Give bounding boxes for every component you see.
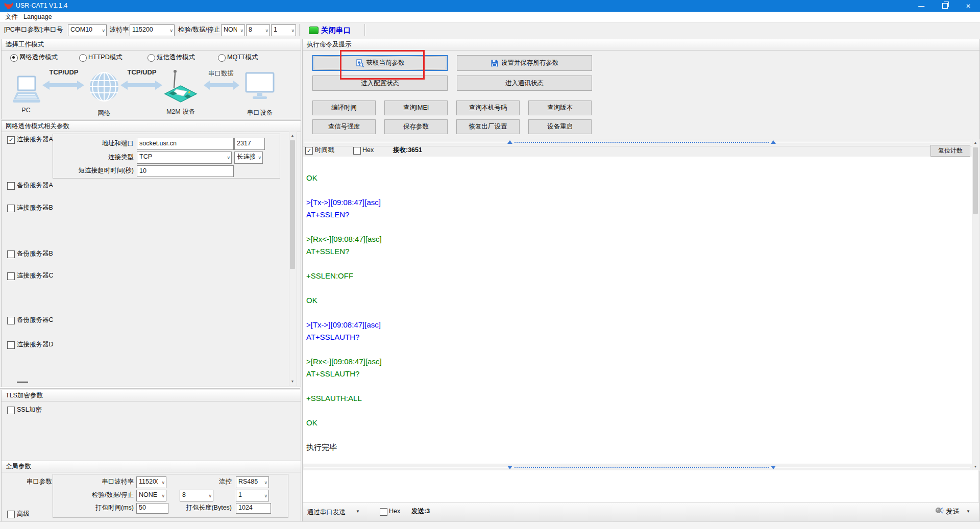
send-button[interactable]: 发送 — [946, 507, 960, 517]
backup-c-checkbox[interactable] — [7, 317, 15, 324]
device-restart-button[interactable]: 设备重启 — [528, 119, 592, 134]
radio-net-passthrough-mode[interactable] — [10, 54, 18, 62]
scrollbar-down-button[interactable]: ▼ — [289, 378, 296, 385]
query-phone-number-button[interactable]: 查询本机号码 — [456, 100, 520, 115]
recv-count-label: 接收:3651 — [393, 146, 422, 154]
receive-console[interactable]: OK >[Tx->][09:08:47][asc] AT+SSLEN? >[Rx… — [303, 157, 972, 464]
menu-file[interactable]: 文件 — [2, 12, 21, 22]
query-imei-button[interactable]: 查询IMEI — [384, 100, 448, 115]
backup-c-label: 备份服务器C — [17, 316, 54, 324]
log-line: OK — [306, 172, 970, 184]
reset-counter-button[interactable]: 复位计数 — [930, 145, 970, 157]
restore-button[interactable] — [933, 0, 957, 12]
collapse-arrow-icon[interactable] — [507, 140, 512, 144]
link-label-m2m-serial: 串口数据 — [205, 69, 237, 78]
pack-time-input[interactable]: 50 — [136, 503, 168, 514]
send-hex-checkbox[interactable] — [380, 508, 387, 516]
ssl-checkbox[interactable] — [7, 407, 15, 414]
annotation-highlight-box — [340, 50, 425, 80]
server-a-checkbox[interactable]: ✓ — [7, 136, 15, 144]
workmode-title: 选择工作模式 — [2, 39, 301, 51]
chevron-down-icon: ∨ — [291, 28, 295, 33]
server-b-checkbox[interactable] — [7, 205, 15, 212]
parity-select[interactable]: NONE ∨ — [221, 24, 245, 36]
check-icon: ✓ — [306, 147, 312, 154]
global-parity-select[interactable]: NONE ∨ — [136, 490, 166, 501]
scroll-down-icon: ▼ — [291, 380, 295, 383]
check-icon: ✓ — [8, 137, 14, 143]
console-top-splitter[interactable] — [303, 139, 972, 146]
query-version-button[interactable]: 查询版本 — [528, 100, 592, 115]
log-line: AT+SSLAUTH? — [306, 368, 970, 380]
scrollbar-up-button[interactable]: ▲ — [289, 132, 296, 139]
set-save-params-button[interactable]: 设置并保存所有参数 — [457, 55, 592, 71]
netparams-scrollbar[interactable]: ▲ ▼ — [289, 132, 297, 386]
backup-a-checkbox[interactable] — [7, 182, 15, 190]
server-c-checkbox[interactable] — [7, 272, 15, 280]
parity-label: 检验/数据/停止 — [178, 22, 220, 37]
save-params-button[interactable]: 保存参数 — [384, 119, 448, 134]
flow-label: 流控 — [199, 476, 232, 487]
scrollbar-thumb[interactable] — [973, 147, 978, 214]
recv-hex-checkbox[interactable] — [353, 147, 361, 155]
radio-mqtt-mode[interactable] — [218, 54, 226, 62]
timestamp-checkbox[interactable]: ✓ — [305, 147, 313, 155]
pack-time-label: 打包时间(ms) — [53, 503, 134, 513]
splitter-grip[interactable] — [514, 467, 769, 468]
log-line: AT+SSLEN? — [306, 209, 970, 221]
close-button[interactable]: ✕ — [957, 0, 980, 12]
baud-select[interactable]: 115200 ∨ — [130, 24, 175, 36]
server-b-label: 连接服务器B — [17, 204, 53, 212]
com-port-select[interactable]: COM10 ∨ — [68, 24, 107, 36]
collapse-arrow-icon[interactable] — [771, 140, 776, 144]
minimize-button[interactable]: — — [910, 0, 933, 12]
advanced-checkbox[interactable] — [7, 511, 15, 518]
scrollbar-up-button[interactable]: ▲ — [972, 139, 978, 146]
log-blank-line — [306, 184, 970, 196]
server-a-label: 连接服务器A — [17, 135, 53, 143]
log-line: >[Rx<-][09:08:47][asc] — [306, 356, 970, 368]
flow-select[interactable]: RS485 ∨ — [236, 476, 269, 488]
send-via-dropdown[interactable]: 通过串口发送 — [307, 507, 346, 517]
send-textarea[interactable] — [303, 470, 978, 502]
conn-type-select[interactable]: TCP ∨ — [137, 152, 232, 164]
stopbits-select[interactable]: 1 ∨ — [271, 24, 296, 36]
close-port-button[interactable]: 关闭串口 — [321, 26, 351, 35]
collapse-arrow-icon[interactable] — [507, 466, 512, 469]
radio-sms-passthrough-mode[interactable] — [148, 54, 155, 62]
query-signal-button[interactable]: 查信号强度 — [312, 119, 376, 134]
chevron-down-icon: ∨ — [161, 493, 165, 498]
console-scrollbar[interactable]: ▲ ▼ — [972, 139, 980, 471]
chevron-down-icon: ∨ — [102, 28, 105, 33]
panel-separator — [0, 387, 300, 388]
dropdown-arrow-icon: ▼ — [966, 509, 970, 514]
server-a-address-input[interactable]: socket.usr.cn — [137, 138, 234, 150]
global-databits-select[interactable]: 8 ∨ — [180, 490, 213, 501]
pack-len-input[interactable]: 1024 — [236, 503, 271, 514]
link-label-pc-net: TCP/UDP — [43, 68, 84, 76]
scrollbar-thumb[interactable] — [290, 140, 295, 269]
send-bar: 通过串口发送 ▼ Hex 发送:3 发送 ▼ — [303, 502, 979, 522]
server-a-port-input[interactable]: 2317 — [234, 138, 265, 150]
radio-httpd-mode[interactable] — [79, 54, 87, 62]
scrollbar-down-button[interactable]: ▼ — [972, 463, 978, 470]
backup-b-checkbox[interactable] — [7, 250, 15, 258]
log-line: 执行完毕 — [306, 441, 970, 454]
keepalive-select[interactable]: 长连接 ∨ — [234, 152, 263, 164]
log-lines: OK >[Tx->][09:08:47][asc] AT+SSLEN? >[Rx… — [306, 172, 970, 454]
enter-comm-button[interactable]: 进入通讯状态 — [457, 75, 592, 91]
radio-label-mqtt: MQTT模式 — [227, 53, 258, 62]
menu-language[interactable]: Language — [20, 12, 55, 22]
global-baud-select[interactable]: 115200 ∨ — [136, 476, 166, 488]
server-d-checkbox[interactable] — [7, 341, 15, 349]
compile-time-button[interactable]: 编译时间 — [312, 100, 376, 115]
send-hex-label: Hex — [389, 507, 400, 515]
splitter-grip[interactable] — [514, 142, 769, 143]
factory-reset-button[interactable]: 恢复出厂设置 — [456, 119, 520, 134]
title-bar: USR-CAT1 V1.1.4 — ✕ — [0, 0, 980, 12]
collapse-arrow-icon[interactable] — [771, 466, 776, 469]
databits-select[interactable]: 8 ∨ — [246, 24, 270, 36]
short-conn-timeout-label: 短连接超时时间(秒) — [53, 165, 134, 176]
short-conn-timeout-input[interactable]: 10 — [137, 165, 234, 177]
global-stopbits-select[interactable]: 1 ∨ — [236, 490, 269, 501]
